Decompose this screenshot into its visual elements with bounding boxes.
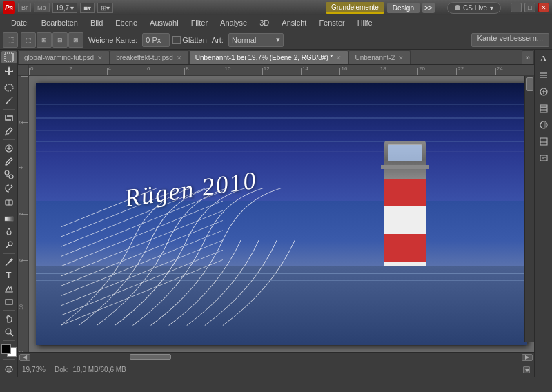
art-label: Art: <box>210 36 226 44</box>
tab-unbenannt-1[interactable]: Unbenannt-1 bei 19,7% (Ebene 2, RGB/8#) … <box>189 50 349 64</box>
view-size-dropdown[interactable]: 19,7 ▾ <box>52 3 77 13</box>
menu-filter[interactable]: Filter <box>186 17 213 28</box>
menu-ansicht[interactable]: Ansicht <box>276 17 312 28</box>
cs-live-btn[interactable]: CS Live ▾ <box>447 2 501 14</box>
marquee-tool[interactable] <box>1 51 17 63</box>
status-bar: 19,73% Dok: 18,0 MB/60,6 MB <box>18 362 534 377</box>
scroll-left-btn[interactable]: ◀ <box>19 354 30 361</box>
menu-bearbeiten[interactable]: Bearbeiten <box>36 17 83 28</box>
add-selection-btn[interactable]: ⊞ <box>37 32 52 48</box>
tab-global-warming[interactable]: global-warming-tut.psd ✕ <box>18 50 110 64</box>
horizontal-scrollbar[interactable]: ◀ ▶ <box>18 352 534 362</box>
svg-rect-46 <box>540 138 547 145</box>
tool-divider-2 <box>3 109 15 110</box>
maximize-button[interactable]: □ <box>524 3 535 12</box>
selection-rect-tool[interactable]: ⬚ <box>3 32 18 48</box>
svg-point-10 <box>9 175 13 179</box>
menu-auswahl[interactable]: Auswahl <box>144 17 184 28</box>
menu-datei[interactable]: Datei <box>6 17 34 28</box>
panel-history-btn[interactable] <box>536 150 551 166</box>
tab-close-unbenannt-2[interactable]: ✕ <box>397 55 404 61</box>
tab-close-breakeffekt[interactable]: ✕ <box>176 55 183 61</box>
close-button[interactable]: ✕ <box>538 3 549 12</box>
tab-close-unbenannt-1[interactable]: ✕ <box>335 55 342 61</box>
svg-marker-35 <box>525 369 529 372</box>
shape-tool[interactable] <box>1 295 17 308</box>
text-tool[interactable]: T <box>1 269 17 282</box>
left-ruler: 24681012 <box>18 76 29 352</box>
feather-input[interactable]: 0 Px <box>142 33 170 47</box>
workspace-grundelemente[interactable]: Grundelemente <box>326 2 384 14</box>
menu-3d[interactable]: 3D <box>254 17 275 28</box>
foreground-color[interactable] <box>1 344 11 354</box>
tool-divider-1 <box>3 79 15 79</box>
minimize-button[interactable]: – <box>511 3 522 12</box>
foreground-background-colors[interactable] <box>1 344 17 357</box>
svg-line-25 <box>61 231 223 296</box>
tab-close-global-warming[interactable]: ✕ <box>97 55 103 61</box>
art-select[interactable]: Normal ▾ <box>228 33 284 47</box>
hand-tool[interactable] <box>1 313 17 325</box>
menu-fenster[interactable]: Fenster <box>313 17 350 28</box>
document-tabs: global-warming-tut.psd ✕ breakeffekt-tut… <box>18 50 534 65</box>
refine-edge-button[interactable]: Kante verbessern... <box>471 33 549 47</box>
brush-tool[interactable] <box>1 155 17 168</box>
path-selection-tool[interactable] <box>1 282 17 295</box>
status-navigate-btn[interactable] <box>523 366 530 373</box>
svg-rect-48 <box>540 155 547 161</box>
heal-tool[interactable] <box>1 142 17 155</box>
canvas-row: 24681012 <box>18 76 534 352</box>
history-brush-tool[interactable] <box>1 182 17 194</box>
eraser-tool[interactable] <box>1 195 17 208</box>
subtract-selection-btn[interactable]: ⊟ <box>52 32 68 48</box>
gradient-tool[interactable] <box>1 213 17 225</box>
canvas-scroll[interactable]: Rügen 2010 <box>29 76 534 352</box>
eyedropper-tool[interactable] <box>1 125 17 137</box>
clone-tool[interactable] <box>1 168 17 181</box>
tool-divider-5 <box>3 253 15 254</box>
glatter-checkbox[interactable] <box>172 36 181 44</box>
canvas-size-dropdown[interactable]: ■▾ <box>80 3 95 13</box>
move-tool[interactable] <box>1 64 17 77</box>
workspace-overflow[interactable]: >> <box>422 3 435 13</box>
pen-tool[interactable] <box>1 256 17 268</box>
menu-bild[interactable]: Bild <box>85 17 108 28</box>
minibrige-badge[interactable]: Mb <box>34 3 50 12</box>
vertical-scrollbar[interactable] <box>524 76 534 342</box>
dodge-tool[interactable] <box>1 239 17 251</box>
crop-tool[interactable] <box>1 112 17 124</box>
panel-masks-btn[interactable] <box>536 117 551 133</box>
new-selection-btn[interactable]: ⬚ <box>21 32 36 48</box>
panel-adjust-btn[interactable] <box>536 68 551 83</box>
workspace-design[interactable]: Design <box>387 3 420 13</box>
panel-text-btn[interactable]: A <box>536 51 551 66</box>
svg-line-34 <box>61 260 223 326</box>
left-toolbar: T <box>0 50 18 377</box>
canvas-with-rulers: 02468101214161820222426 24681012 <box>18 65 534 362</box>
panel-add-btn[interactable] <box>536 84 551 99</box>
zoom-tool[interactable] <box>1 326 17 338</box>
bridge-badge[interactable]: Br <box>18 3 31 12</box>
tab-breakeffekt[interactable]: breakeffekt-tut.psd ✕ <box>110 50 189 64</box>
tab-unbenannt-2[interactable]: Unbenannt-2 ✕ <box>348 50 411 64</box>
menu-hilfe[interactable]: Hilfe <box>352 17 378 28</box>
glatter-area: Glätten <box>172 36 206 44</box>
doc-size-value: 18,0 MB/60,6 MB <box>72 366 126 373</box>
lighthouse-top <box>384 141 426 179</box>
magic-wand-tool[interactable] <box>1 95 17 107</box>
blur-tool[interactable] <box>1 226 17 238</box>
top-ruler: 02468101214161820222426 <box>29 65 534 76</box>
panel-layers-btn[interactable] <box>536 101 551 116</box>
menu-ebene[interactable]: Ebene <box>110 17 143 28</box>
scroll-right-btn[interactable]: ▶ <box>522 354 533 361</box>
lasso-tool[interactable] <box>1 81 17 94</box>
tabs-overflow-btn[interactable]: » <box>522 50 534 64</box>
svg-line-5 <box>5 134 6 135</box>
wireframe-overlay <box>61 188 331 332</box>
main-area: T global-warming-tut.psd <box>0 50 552 377</box>
layout-dropdown[interactable]: ⊞▾ <box>97 3 113 13</box>
panel-adjustments-btn[interactable] <box>536 134 551 149</box>
intersect-selection-btn[interactable]: ⊠ <box>68 32 83 48</box>
quick-mask-btn[interactable] <box>1 363 17 375</box>
menu-analyse[interactable]: Analyse <box>215 17 253 28</box>
